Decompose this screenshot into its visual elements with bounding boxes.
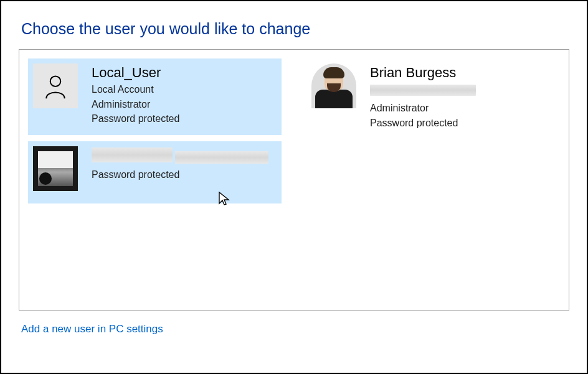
svg-point-0 — [50, 76, 61, 86]
redacted-line — [175, 151, 268, 164]
user-password-status: Password protected — [92, 111, 179, 126]
user-password-status: Password protected — [92, 167, 268, 182]
redacted-email — [370, 85, 476, 96]
avatar-framed-photo — [33, 146, 78, 191]
person-icon — [42, 72, 69, 100]
avatar-photo — [311, 63, 356, 108]
avatar-default-icon — [33, 63, 78, 108]
user-info: Password protected — [92, 146, 268, 182]
user-card-brian-burgess[interactable]: Brian Burgess Administrator Password pro… — [306, 58, 560, 135]
user-card-redacted[interactable]: Password protected — [28, 141, 282, 203]
user-card-local-user[interactable]: Local_User Local Account Administrator P… — [28, 58, 282, 135]
user-name: Brian Burgess — [370, 65, 476, 81]
user-role: Administrator — [370, 101, 476, 115]
user-info: Local_User Local Account Administrator P… — [92, 63, 179, 126]
user-name: Local_User — [92, 65, 179, 81]
page-title: Choose the user you would like to change — [21, 20, 569, 38]
user-account-type: Local Account — [92, 82, 179, 96]
add-user-link[interactable]: Add a new user in PC settings — [21, 323, 163, 335]
user-password-status: Password protected — [370, 116, 476, 130]
user-list: Local_User Local Account Administrator P… — [19, 49, 569, 311]
user-info: Brian Burgess Administrator Password pro… — [370, 63, 476, 130]
redacted-name — [92, 147, 173, 162]
user-role: Administrator — [92, 97, 179, 111]
